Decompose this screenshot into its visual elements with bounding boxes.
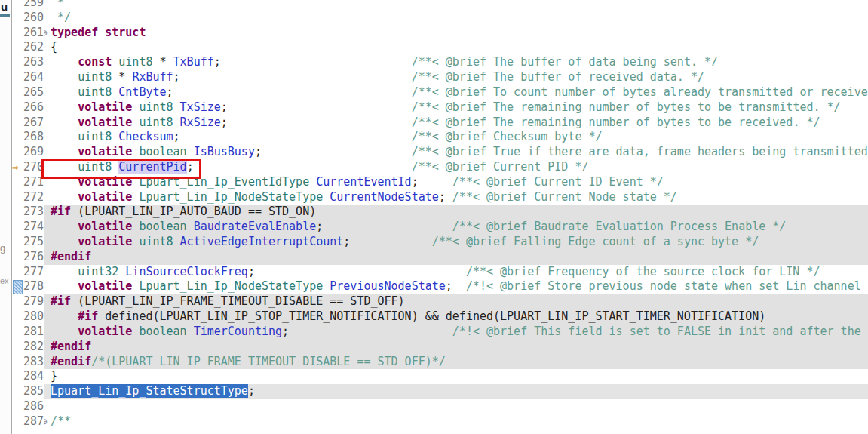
code-line-body[interactable]: uint32 LinSourceClockFreq; /**< @brief F… <box>44 265 868 280</box>
annotation-ruler-cell[interactable] <box>12 309 23 325</box>
code-line[interactable]: 278 volatile Lpuart_Lin_Ip_NodeStateType… <box>12 279 868 294</box>
code-line-body[interactable]: uint8 CntByte; /**< @brief To count numb… <box>44 85 868 100</box>
code-line[interactable]: 280 #if defined(LPUART_LIN_IP_STOP_TIMER… <box>12 309 868 325</box>
line-number[interactable]: 262 <box>23 40 44 55</box>
annotation-ruler-cell[interactable] <box>12 145 23 160</box>
code-line[interactable]: 265 uint8 CntByte; /**< @brief To count … <box>12 85 868 100</box>
annotation-ruler-cell[interactable] <box>12 355 23 370</box>
code-line[interactable]: 277 uint32 LinSourceClockFreq; /**< @bri… <box>12 265 868 280</box>
line-number[interactable]: 276 <box>23 250 44 265</box>
code-line-body[interactable]: uint8 CurrentPid; /**< @brief Current PI… <box>44 160 868 175</box>
line-number[interactable]: 286 <box>23 399 44 414</box>
code-line[interactable]: ⇒270 uint8 CurrentPid; /**< @brief Curre… <box>12 160 868 175</box>
annotation-ruler-cell[interactable] <box>12 220 23 235</box>
line-number[interactable]: 265 <box>23 85 44 100</box>
code-line[interactable]: 286 <box>12 399 868 414</box>
line-number[interactable]: 280 <box>23 309 44 325</box>
line-number[interactable]: 283 <box>23 355 44 370</box>
code-line-body[interactable]: volatile boolean IsBusBusy; /**< @brief … <box>44 145 868 160</box>
code-line[interactable]: 272 volatile Lpuart_Lin_Ip_NodeStateType… <box>12 190 868 205</box>
code-line[interactable]: 287⊖/** <box>12 414 868 429</box>
line-number[interactable]: 270 <box>23 160 44 175</box>
code-line[interactable]: 275 volatile uint8 ActiveEdgeInterruptCo… <box>12 235 868 250</box>
code-line-body[interactable]: uint8 * RxBuff; /**< @brief The buffer o… <box>44 70 868 85</box>
code-line-body[interactable]: volatile uint8 TxSize; /**< @brief The r… <box>44 100 868 115</box>
annotation-ruler-cell[interactable] <box>12 399 23 414</box>
code-line-body[interactable]: ⊖/** <box>44 414 868 429</box>
annotation-ruler-cell[interactable] <box>12 205 23 220</box>
annotation-ruler-cell[interactable] <box>12 100 23 115</box>
code-line[interactable]: 284} <box>12 369 868 384</box>
line-number[interactable]: 261 <box>23 26 44 41</box>
line-number[interactable]: 275 <box>23 235 44 250</box>
code-line[interactable]: 268 uint8 Checksum; /**< @brief Checksum… <box>12 130 868 145</box>
line-number[interactable]: 267 <box>23 115 44 131</box>
code-line[interactable]: 267 volatile uint8 RxSize; /**< @brief T… <box>12 115 868 131</box>
code-line[interactable]: 276#endif <box>12 250 868 265</box>
code-line[interactable]: 271 volatile Lpuart_Lin_Ip_EventIdType C… <box>12 175 868 190</box>
code-line[interactable]: 266 volatile uint8 TxSize; /**< @brief T… <box>12 100 868 115</box>
line-number[interactable]: 285 <box>23 384 44 399</box>
fold-collapse-icon[interactable]: ⊖ <box>44 414 51 429</box>
code-line-body[interactable]: ⊖typedef struct <box>44 26 868 41</box>
code-line-body[interactable]: volatile uint8 ActiveEdgeInterruptCount;… <box>44 235 868 250</box>
code-line[interactable]: 281 volatile boolean TimerCounting; /*!<… <box>12 325 868 340</box>
annotation-ruler-cell[interactable] <box>12 414 23 429</box>
code-line[interactable]: 273#if (LPUART_LIN_IP_AUTO_BAUD == STD_O… <box>12 205 868 220</box>
code-line[interactable]: 282#endif <box>12 340 868 355</box>
code-line[interactable]: 279#if (LPUART_LIN_IP_FRAME_TIMEOUT_DISA… <box>12 294 868 309</box>
code-line-body[interactable]: volatile boolean TimerCounting; /*!< @br… <box>44 325 868 340</box>
line-number[interactable]: 284 <box>23 369 44 384</box>
line-number[interactable]: 264 <box>23 70 44 85</box>
code-line[interactable]: 283#endif/*(LPUART_LIN_IP_FRAME_TIMEOUT_… <box>12 355 868 370</box>
annotation-ruler-cell[interactable] <box>12 0 23 11</box>
code-line[interactable]: 262{ <box>12 40 868 55</box>
annotation-ruler-cell[interactable] <box>12 325 23 340</box>
code-line-body[interactable]: #endif/*(LPUART_LIN_IP_FRAME_TIMEOUT_DIS… <box>44 355 868 370</box>
line-number[interactable]: 269 <box>23 145 44 160</box>
line-number[interactable]: 271 <box>23 175 44 190</box>
annotation-ruler-cell[interactable] <box>12 130 23 145</box>
code-line[interactable]: 285Lpuart_Lin_Ip_StateStructType; <box>12 384 868 399</box>
annotation-ruler-cell[interactable] <box>12 70 23 85</box>
code-line-body[interactable] <box>44 399 868 414</box>
line-number[interactable]: 273 <box>23 205 44 220</box>
code-line-body[interactable]: volatile boolean BaudrateEvalEnable; /**… <box>44 220 868 235</box>
line-number[interactable]: 277 <box>23 265 44 280</box>
annotation-ruler-cell[interactable] <box>12 265 23 280</box>
line-number[interactable]: 272 <box>23 190 44 205</box>
code-line[interactable]: 261⊖typedef struct <box>12 26 868 41</box>
code-line-body[interactable]: #endif <box>44 250 868 265</box>
code-line-body[interactable]: Lpuart_Lin_Ip_StateStructType; <box>44 384 868 399</box>
code-line[interactable]: 274 volatile boolean BaudrateEvalEnable;… <box>12 220 868 235</box>
code-line-body[interactable]: #if (LPUART_LIN_IP_FRAME_TIMEOUT_DISABLE… <box>44 294 868 309</box>
annotation-ruler-cell[interactable] <box>12 279 23 294</box>
annotation-ruler-cell[interactable] <box>12 55 23 70</box>
code-line-body[interactable]: */ <box>44 11 868 26</box>
code-line[interactable]: 269 volatile boolean IsBusBusy; /**< @br… <box>12 145 868 160</box>
annotation-ruler-cell[interactable] <box>12 250 23 265</box>
fold-collapse-icon[interactable]: ⊖ <box>44 26 51 41</box>
code-line-body[interactable]: #endif <box>44 340 868 355</box>
line-number[interactable]: 260 <box>23 11 44 26</box>
annotation-ruler-cell[interactable] <box>12 340 23 355</box>
annotation-ruler-cell[interactable] <box>12 294 23 309</box>
line-number[interactable]: 282 <box>23 340 44 355</box>
code-line-body[interactable]: volatile uint8 RxSize; /**< @brief The r… <box>44 115 868 131</box>
annotation-ruler-cell[interactable] <box>12 11 23 26</box>
annotation-ruler-cell[interactable]: ⇒ <box>12 160 23 175</box>
annotation-ruler-cell[interactable] <box>12 369 23 384</box>
annotation-ruler-cell[interactable] <box>12 235 23 250</box>
code-line-body[interactable]: const uint8 * TxBuff; /**< @brief The bu… <box>44 55 868 70</box>
code-line-body[interactable]: #if defined(LPUART_LIN_IP_STOP_TIMER_NOT… <box>44 309 868 325</box>
code-line-body[interactable]: } <box>44 369 868 384</box>
code-line-body[interactable]: volatile Lpuart_Lin_Ip_EventIdType Curre… <box>44 175 868 190</box>
code-line-body[interactable]: { <box>44 40 868 55</box>
annotation-ruler-cell[interactable] <box>12 175 23 190</box>
annotation-ruler-cell[interactable] <box>12 85 23 100</box>
line-number[interactable]: 278 <box>23 279 44 294</box>
line-number[interactable]: 279 <box>23 294 44 309</box>
code-line[interactable]: 259 * <box>12 0 868 11</box>
annotation-ruler-cell[interactable] <box>12 40 23 55</box>
code-line[interactable]: 264 uint8 * RxBuff; /**< @brief The buff… <box>12 70 868 85</box>
